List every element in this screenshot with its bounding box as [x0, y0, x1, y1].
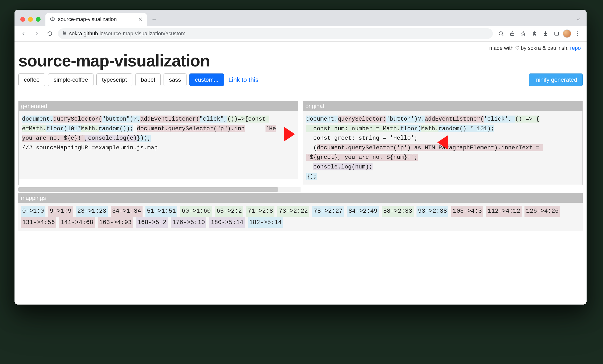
code-token: Math.	[81, 125, 99, 132]
download-icon[interactable]	[541, 29, 550, 38]
mapping-token[interactable]: 182->5:14	[248, 217, 283, 228]
bookmark-icon[interactable]	[518, 29, 528, 38]
svg-point-4	[577, 31, 578, 32]
example-custom-button[interactable]: custom...	[189, 73, 224, 86]
code-token: e}!`	[71, 135, 85, 142]
code-token: you are no. ${	[22, 135, 71, 142]
mapping-token[interactable]: 103->4:3	[451, 206, 483, 217]
code-token: console.	[88, 135, 116, 142]
mapping-token[interactable]: 73->2:22	[277, 206, 309, 217]
code-token: "click",	[199, 116, 227, 123]
mapping-token[interactable]: 9->1:9	[48, 206, 73, 217]
mapping-token[interactable]: 176->5:10	[171, 217, 206, 228]
browser-tab[interactable]: source-map-visualization ✕	[46, 13, 147, 26]
search-icon[interactable]	[496, 29, 506, 38]
code-token: Math.	[29, 125, 46, 132]
browser-toolbar: sokra.github.io/source-map-visualization…	[14, 26, 587, 42]
scrollbar-thumb[interactable]	[18, 187, 278, 192]
code-token: greet}, you are no. ${	[317, 154, 393, 161]
minify-generated-button[interactable]: minify generated	[529, 73, 583, 86]
mapping-token[interactable]: 163->4:93	[98, 217, 133, 228]
window-maximize-icon[interactable]	[36, 17, 41, 22]
url-text: sokra.github.io/source-map-visualization…	[69, 30, 186, 37]
url-path: /source-map-visualization/#custom	[104, 30, 186, 36]
stage: source-map-visualization ✕ ＋	[0, 0, 603, 364]
share-icon[interactable]	[507, 29, 517, 38]
code-token: num}!`;	[393, 154, 418, 161]
mapping-token[interactable]: 126->4:26	[524, 206, 560, 217]
tab-close-icon[interactable]: ✕	[138, 16, 142, 23]
code-token: random());	[99, 125, 133, 132]
code-token: innerText =	[501, 144, 543, 151]
code-token: (()=>{	[227, 116, 248, 123]
example-sass-button[interactable]: sass	[163, 73, 186, 86]
example-buttons-row: coffee simple-coffee typescript babel sa…	[18, 73, 583, 86]
mapping-token[interactable]: 51->1:51	[145, 206, 177, 217]
code-token: });	[306, 173, 317, 180]
extensions-icon[interactable]	[530, 29, 539, 38]
mapping-token[interactable]: 93->2:38	[417, 206, 448, 217]
code-token: floor(	[46, 125, 67, 132]
mapping-token[interactable]: 84->2:49	[347, 206, 379, 217]
horizontal-scrollbar[interactable]	[18, 187, 301, 192]
code-token: number =	[351, 125, 383, 132]
window-minimize-icon[interactable]	[28, 17, 33, 22]
example-coffee-button[interactable]: coffee	[18, 73, 45, 86]
example-babel-button[interactable]: babel	[135, 73, 161, 86]
code-token: greet:	[334, 135, 359, 141]
example-typescript-button[interactable]: typescript	[96, 73, 132, 86]
original-panel-header: original	[303, 101, 582, 111]
window-close-icon[interactable]	[20, 17, 25, 22]
side-panel-icon[interactable]	[552, 29, 561, 38]
code-token: querySelector(	[338, 116, 386, 123]
code-token: Math.	[383, 125, 400, 132]
code-token: 'Hello';	[390, 135, 418, 141]
code-token: }));	[137, 135, 151, 142]
code-token: querySelector(	[168, 125, 217, 132]
reload-button[interactable]	[45, 29, 55, 38]
code-token: document.	[306, 116, 338, 123]
code-token: document.	[137, 125, 168, 132]
code-token: num);	[355, 163, 372, 170]
code-token: const	[248, 116, 269, 123]
mapping-token[interactable]: 71->2:8	[246, 206, 274, 217]
code-token: document.	[22, 116, 53, 123]
globe-icon	[50, 16, 55, 23]
mapping-token[interactable]: 34->1:34	[111, 206, 142, 217]
credits-line: made with ♡ by sokra & paulirish. repo	[18, 44, 583, 51]
mapping-token[interactable]: 78->2:27	[312, 206, 344, 217]
mapping-token[interactable]: 65->2:2	[215, 206, 243, 217]
mapping-token[interactable]: 23->1:23	[76, 206, 108, 217]
mapping-token[interactable]: 131->4:56	[21, 217, 56, 228]
code-token: //# sourceMappingURL=example.min.js.map	[22, 144, 158, 151]
code-token: 'button')?.	[386, 116, 424, 123]
new-tab-button[interactable]: ＋	[149, 14, 159, 24]
mapping-token[interactable]: 112->4:12	[486, 206, 522, 217]
code-token: console.	[313, 163, 341, 170]
tabs-overflow-icon[interactable]	[574, 14, 583, 24]
mapping-token[interactable]: 88->2:33	[382, 206, 414, 217]
code-token: 101*	[67, 125, 81, 132]
link-to-this-link[interactable]: Link to this	[228, 76, 258, 84]
mappings-panel-header: mappings	[18, 193, 583, 203]
code-token: 'click',	[484, 116, 515, 123]
url-bar[interactable]: sokra.github.io/source-map-visualization…	[58, 28, 493, 39]
back-button[interactable]	[19, 29, 28, 38]
mapping-token[interactable]: 141->4:68	[59, 217, 95, 228]
tab-title: source-map-visualization	[58, 16, 117, 23]
repo-link[interactable]: repo	[570, 45, 581, 51]
mapping-token[interactable]: 180->5:14	[209, 217, 245, 228]
mapping-token[interactable]: 0->1:0	[21, 206, 46, 217]
mappings-body[interactable]: 0->1:09->1:923->1:2334->1:3451->1:5160->…	[18, 203, 583, 231]
browser-window: source-map-visualization ✕ ＋	[14, 10, 587, 305]
kebab-menu-icon[interactable]	[573, 29, 582, 38]
code-token: 101);	[477, 125, 494, 132]
profile-avatar[interactable]	[563, 29, 571, 38]
generated-code[interactable]: document.querySelector("button")?.addEve…	[19, 111, 298, 179]
code-token: random() *	[439, 125, 477, 132]
forward-button[interactable]	[32, 29, 42, 38]
mapping-token[interactable]: 60->1:60	[180, 206, 212, 217]
svg-point-5	[577, 33, 578, 34]
mapping-token[interactable]: 168->5:2	[136, 217, 168, 228]
example-simple-coffee-button[interactable]: simple-coffee	[48, 73, 93, 86]
